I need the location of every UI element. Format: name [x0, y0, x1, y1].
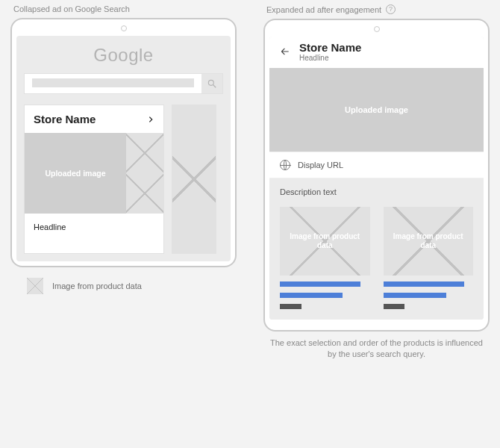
tablet-camera — [374, 26, 380, 32]
product-image-placeholder: Image from product data — [384, 207, 474, 276]
search-bar[interactable] — [24, 73, 223, 94]
product-title-line — [280, 281, 360, 287]
ad-store-name: Store Name — [34, 113, 96, 125]
google-logo: Google — [24, 45, 223, 66]
product-title-line — [384, 293, 446, 298]
product-price-line — [280, 304, 301, 309]
globe-icon — [280, 160, 290, 170]
right-caption: Expanded ad after engagement — [266, 5, 381, 14]
uploaded-image: Uploaded image — [25, 133, 126, 214]
legend-swatch-icon — [27, 278, 43, 294]
legend-label: Image from product data — [52, 281, 142, 290]
ad-headline: Headline — [25, 214, 163, 245]
product-thumb — [126, 133, 163, 173]
collapsed-ad-card[interactable]: Store Name Uploaded image — [24, 105, 164, 254]
display-url-label: Display URL — [298, 161, 343, 169]
tablet-expanded: Store Name Headline Uploaded image Displ… — [263, 19, 490, 332]
description-text: Description text — [269, 178, 484, 201]
expanded-uploaded-image: Uploaded image — [269, 68, 484, 152]
expanded-headline: Headline — [299, 54, 361, 62]
svg-point-0 — [208, 80, 213, 85]
legend: Image from product data — [27, 278, 237, 294]
left-caption: Collapsed ad on Google Search — [13, 4, 237, 13]
product-price-line — [384, 304, 405, 309]
product-title-line — [384, 281, 464, 287]
display-url-row[interactable]: Display URL — [269, 152, 484, 178]
product-thumb — [126, 173, 163, 214]
side-result-card — [172, 105, 216, 254]
svg-line-1 — [213, 85, 216, 88]
tablet-camera — [121, 25, 127, 31]
expanded-store-name: Store Name — [299, 41, 361, 54]
product-title-line — [280, 293, 343, 298]
tablet-collapsed: Google Store Name — [10, 18, 237, 267]
search-button[interactable] — [201, 74, 222, 93]
chevron-right-icon — [147, 116, 154, 123]
product-card[interactable]: Image from product data — [280, 207, 370, 309]
back-arrow-icon[interactable] — [278, 46, 292, 57]
footnote: The exact selection and order of the pro… — [266, 337, 487, 361]
help-icon[interactable]: ? — [386, 4, 396, 14]
search-icon — [207, 78, 217, 89]
product-card[interactable]: Image from product data — [384, 207, 474, 309]
product-image-placeholder: Image from product data — [280, 207, 370, 276]
search-input-placeholder[interactable] — [32, 78, 194, 87]
